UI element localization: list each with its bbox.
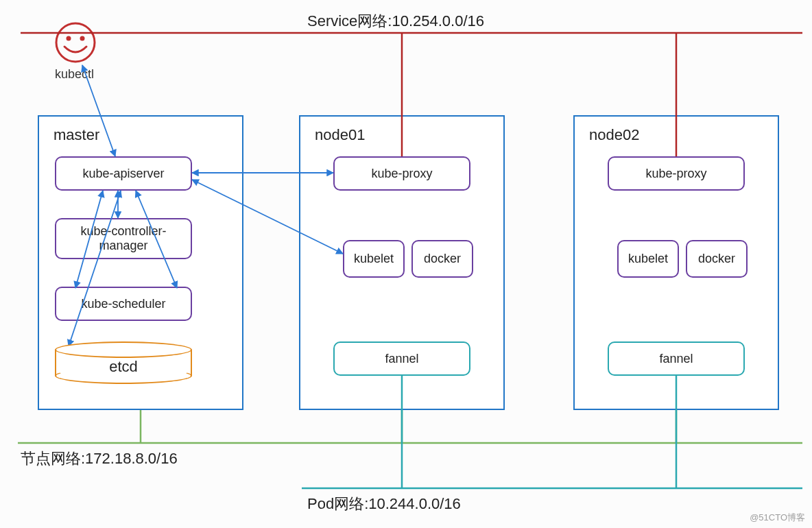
etcd-cylinder: etcd [55, 341, 192, 384]
svg-point-1 [67, 36, 71, 41]
node02-kube-proxy-box: kube-proxy [608, 156, 745, 191]
kube-controller-manager-box: kube-controller-manager [55, 218, 192, 259]
master-title: master [53, 126, 99, 144]
kube-scheduler-box: kube-scheduler [55, 287, 192, 321]
node01-kubelet-box: kubelet [343, 240, 405, 278]
node02-fannel-box: fannel [608, 341, 745, 376]
node01-fannel-box: fannel [333, 341, 470, 376]
node02-title: node02 [589, 126, 639, 144]
node-network-label: 节点网络:172.18.8.0/16 [21, 448, 178, 469]
svg-point-2 [80, 36, 85, 41]
etcd-label: etcd [55, 358, 192, 376]
pod-network-label: Pod网络:10.244.0.0/16 [307, 494, 461, 514]
node02-kubelet-box: kubelet [617, 240, 679, 278]
kubectl-label: kubectl [55, 67, 94, 82]
watermark: @51CTO博客 [750, 512, 805, 524]
kube-apiserver-box: kube-apiserver [55, 156, 192, 191]
node01-docker-box: docker [411, 240, 473, 278]
service-network-label: Service网络:10.254.0.0/16 [307, 11, 484, 32]
node01-kube-proxy-box: kube-proxy [333, 156, 470, 191]
svg-point-0 [56, 23, 95, 62]
smiley-icon [53, 21, 97, 64]
node02-docker-box: docker [686, 240, 748, 278]
node01-title: node01 [315, 126, 365, 144]
